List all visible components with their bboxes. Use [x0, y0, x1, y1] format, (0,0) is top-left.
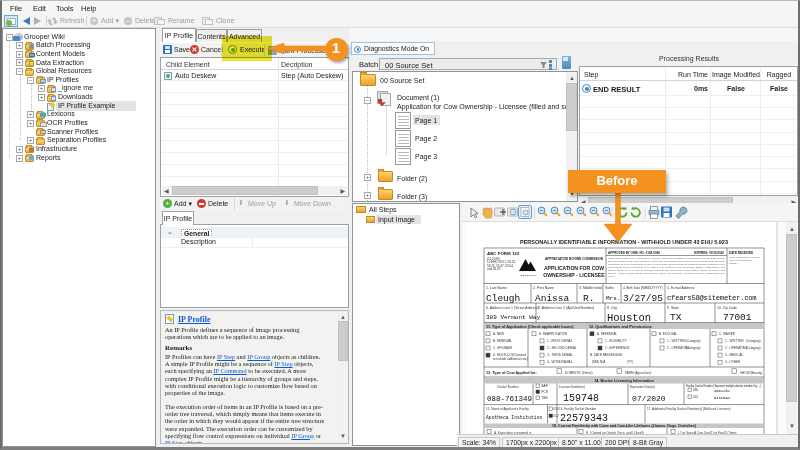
svg-text:E. REAPPLICATION: E. REAPPLICATION	[539, 332, 567, 336]
svg-text:Houston: Houston	[607, 312, 651, 324]
svg-text:ABC COMPANY: ABC COMPANY	[519, 274, 537, 277]
svg-text:11. Type of Application (Chec: 11. Type of Application (Check applicabl…	[486, 325, 574, 329]
svg-text:4. Birth Date (MM/DD/YYYY): 4. Birth Date (MM/DD/YYYY)	[623, 286, 663, 290]
svg-text:DATE RECEIVED: DATE RECEIVED	[729, 251, 754, 255]
svg-text:Anissa: Anissa	[535, 293, 570, 304]
svg-text:DOMESTIC (Home): DOMESTIC (Home)	[565, 371, 593, 375]
svg-text:A. NEW: A. NEW	[493, 332, 504, 336]
svg-text:3/27/95: 3/27/95	[623, 293, 663, 304]
svg-text:and 58.47.: and 58.47.	[487, 267, 501, 271]
svg-text:A. REFERRAL: A. REFERRAL	[597, 332, 618, 336]
svg-text:6. Address Line 1 (Street Add: 6. Address Line 1 (Street Address)	[486, 306, 539, 310]
svg-text:(Category): (Category)	[746, 346, 761, 350]
svg-text:Suffix: Suffix	[605, 286, 614, 290]
svg-text:License Number(s): License Number(s)	[559, 385, 585, 389]
svg-text:(MM) N/A: (MM) N/A	[592, 360, 606, 364]
svg-text:to include additional cow): to include additional cow)	[493, 357, 528, 361]
svg-text:(Category): (Category)	[686, 346, 701, 350]
svg-text:(Category): (Category)	[686, 339, 701, 343]
svg-text:APPLICATION FOR COW: APPLICATION FOR COW	[544, 265, 604, 271]
svg-text:4 - OTHER: 4 - OTHER	[725, 360, 741, 364]
svg-text:Apotheca Institution: Apotheca Institution	[486, 415, 542, 420]
svg-text:TX: TX	[670, 312, 682, 323]
svg-text:EXPIRES: 07/31/2020: EXPIRES: 07/31/2020	[694, 251, 724, 255]
svg-text:Mrs.: Mrs.	[606, 295, 620, 302]
svg-text:052: 052	[554, 414, 559, 418]
svg-text:(Category): (Category)	[746, 339, 761, 343]
svg-text:(NCLB)): (NCLB))	[729, 262, 738, 265]
svg-text:10590.: 10590.	[608, 275, 616, 278]
svg-text:C. UPGRADE: C. UPGRADE	[493, 346, 512, 350]
svg-text:13. Type of Cow Applied for:: 13. Type of Cow Applied for:	[486, 371, 537, 375]
svg-text:2 - EXPERIENCE: 2 - EXPERIENCE	[605, 346, 629, 350]
svg-text:FARM (Agriculture): FARM (Agriculture)	[625, 371, 651, 375]
svg-text:Facility Docket Number (Separa: Facility Docket Number (Separate multipl…	[686, 384, 761, 388]
svg-text:SHOW (Beauty): SHOW (Beauty)	[740, 371, 762, 375]
svg-text:18. Current Familiarity with: 18. Current Familiarity with Cows and Co…	[552, 424, 697, 428]
svg-text:9. State: 9. State	[667, 306, 679, 310]
svg-text:B. EXCUSAL: B. EXCUSAL	[659, 332, 678, 336]
svg-text:R.: R.	[583, 293, 594, 304]
svg-text:64315A4: 64315A4	[714, 396, 731, 400]
svg-text:APPRECIATIVE BOVINE COMMISSION: APPRECIATIVE BOVINE COMMISSION	[545, 257, 604, 261]
svg-text:OWNERSHIP - LICENSEE: OWNERSHIP - LICENSEE	[543, 272, 605, 278]
svg-text:8. City: 8. City	[607, 306, 617, 310]
svg-text:4 - WITHDRAWAL: 4 - WITHDRAWAL	[547, 360, 573, 364]
svg-text:2 - SECOND DENIAL: 2 - SECOND DENIAL	[547, 346, 577, 350]
svg-text:77001: 77001	[723, 312, 752, 323]
svg-text:Cleugh: Cleugh	[486, 293, 520, 304]
svg-text:2. First Name: 2. First Name	[533, 286, 554, 290]
svg-text:7. Address Line 2 (Apt/Unit N: 7. Address Line 2 (Apt/Unit Number)	[538, 306, 594, 310]
svg-text:Bovine Affairs, NCLB-COMB, 205: Bovine Affairs, NCLB-COMB, 20590/7596, O…	[608, 272, 725, 275]
svg-text:(YY): (YY)	[627, 360, 633, 364]
svg-text:BAP: BAP	[542, 384, 548, 388]
svg-text:TBS: TBS	[542, 396, 548, 400]
svg-text:1 - FIRST DENIAL: 1 - FIRST DENIAL	[547, 339, 573, 343]
svg-text:B. DATE PASSED/DUE: B. DATE PASSED/DUE	[590, 353, 622, 357]
svg-text:3 - MEDICAL: 3 - MEDICAL	[725, 353, 744, 357]
svg-text:cfears58@sitemeter.com: cfears58@sitemeter.com	[667, 294, 756, 302]
svg-text:080: 080	[693, 388, 698, 392]
svg-text:Docket Number: Docket Number	[497, 385, 519, 389]
svg-text:5. E-mail Address: 5. E-mail Address	[667, 286, 695, 290]
svg-text:12. Qualifications and Permis: 12. Qualifications and Permissions	[589, 325, 652, 329]
svg-text:46612b2: 46612b2	[714, 389, 731, 393]
svg-text:2 - OPERATING: 2 - OPERATING	[725, 346, 748, 350]
svg-text:1 - WRITTEN: 1 - WRITTEN	[667, 339, 686, 343]
svg-text:PCR: PCR	[542, 390, 549, 394]
svg-text:ABC FORM 123: ABC FORM 123	[487, 251, 520, 256]
svg-text:389 Vermont Way: 389 Vermont Way	[486, 314, 540, 321]
svg-text:3 - THIRD DENIAL: 3 - THIRD DENIAL	[547, 353, 573, 357]
svg-text:17. Additional Facility Docke: 17. Additional Facility Docket Number(s)…	[647, 407, 731, 411]
svg-text:052: 052	[693, 395, 698, 399]
svg-text:159748: 159748	[563, 393, 599, 404]
svg-text:B. RENEWAL: B. RENEWAL	[493, 339, 512, 343]
svg-text:15. Name of Applicant's Facil: 15. Name of Applicant's Facility	[486, 407, 529, 411]
svg-text:1 - WRITTEN: 1 - WRITTEN	[725, 339, 744, 343]
svg-text:14. Bovine Licensing Informati: 14. Bovine Licensing Information	[594, 379, 654, 383]
svg-text:APPROVED BY OMB: NO. 0158-008: APPROVED BY OMB: NO. 0158-0080	[608, 251, 660, 255]
svg-text:16. Facility Docket Number: 16. Facility Docket Number	[559, 407, 596, 411]
svg-text:Expiration Date(s): Expiration Date(s)	[630, 385, 655, 389]
svg-text:C. WAIVER: C. WAIVER	[719, 332, 736, 336]
svg-text:10. Zip Code: 10. Zip Code	[717, 306, 737, 310]
svg-text:07/2020: 07/2020	[632, 394, 666, 403]
svg-text:1. Last Name: 1. Last Name	[486, 286, 507, 290]
svg-text:3. Middle Initial: 3. Middle Initial	[579, 286, 603, 290]
svg-text:22579343: 22579343	[560, 413, 608, 424]
svg-text:088-761349: 088-761349	[487, 395, 532, 403]
svg-text:1 - ELIGIBILITY: 1 - ELIGIBILITY	[605, 339, 627, 343]
